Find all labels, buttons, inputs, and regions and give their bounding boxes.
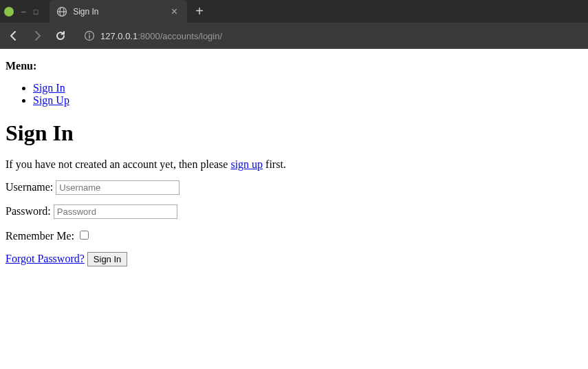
window-close-icon[interactable] <box>4 7 14 17</box>
signup-inline-link[interactable]: sign up <box>230 158 263 170</box>
address-bar[interactable]: 127.0.0.1:8000/accounts/login/ <box>78 26 584 45</box>
list-item: Sign In <box>33 82 582 94</box>
menu-label: Menu: <box>6 60 582 72</box>
username-input[interactable] <box>56 180 179 195</box>
window-minimize-icon[interactable]: − <box>21 7 26 17</box>
actions-row: Forgot Password? Sign In <box>6 252 582 266</box>
back-button[interactable] <box>4 26 23 45</box>
password-input[interactable] <box>54 204 177 219</box>
window-controls: − ◻ <box>0 7 43 17</box>
page-heading: Sign In <box>6 120 582 146</box>
menu-link-signin[interactable]: Sign In <box>33 82 65 94</box>
forward-button[interactable] <box>28 26 47 45</box>
intro-suffix: first. <box>263 158 286 170</box>
password-row: Password: <box>6 204 582 219</box>
svg-point-4 <box>89 33 90 34</box>
browser-tab[interactable]: Sign In × <box>50 0 187 23</box>
window-maximize-icon[interactable]: ◻ <box>33 8 39 15</box>
menu-list: Sign In Sign Up <box>6 82 582 107</box>
site-info-icon[interactable] <box>84 30 95 41</box>
remember-checkbox[interactable] <box>80 231 89 240</box>
username-row: Username: <box>6 180 582 195</box>
page-content: Menu: Sign In Sign Up Sign In If you hav… <box>0 49 588 282</box>
forgot-password-link[interactable]: Forgot Password? <box>6 253 85 264</box>
globe-icon <box>56 6 67 17</box>
url-path: :8000/accounts/login/ <box>138 31 222 41</box>
intro-text: If you have not created an account yet, … <box>6 158 582 171</box>
svg-rect-5 <box>89 35 89 39</box>
signin-button[interactable]: Sign In <box>87 252 127 266</box>
browser-toolbar: 127.0.0.1:8000/accounts/login/ <box>0 23 588 49</box>
tab-close-icon[interactable]: × <box>168 6 180 18</box>
tab-title: Sign In <box>73 7 168 17</box>
new-tab-button[interactable]: + <box>187 3 212 19</box>
browser-titlebar: − ◻ Sign In × + <box>0 0 588 23</box>
intro-prefix: If you have not created an account yet, … <box>6 158 230 170</box>
username-label: Username: <box>6 181 56 193</box>
password-label: Password: <box>6 205 54 217</box>
remember-row: Remember Me: <box>6 229 582 242</box>
reload-button[interactable] <box>51 26 70 45</box>
remember-label: Remember Me: <box>6 230 77 242</box>
menu-link-signup[interactable]: Sign Up <box>33 94 69 106</box>
list-item: Sign Up <box>33 94 582 107</box>
url-host: 127.0.0.1 <box>100 31 138 41</box>
